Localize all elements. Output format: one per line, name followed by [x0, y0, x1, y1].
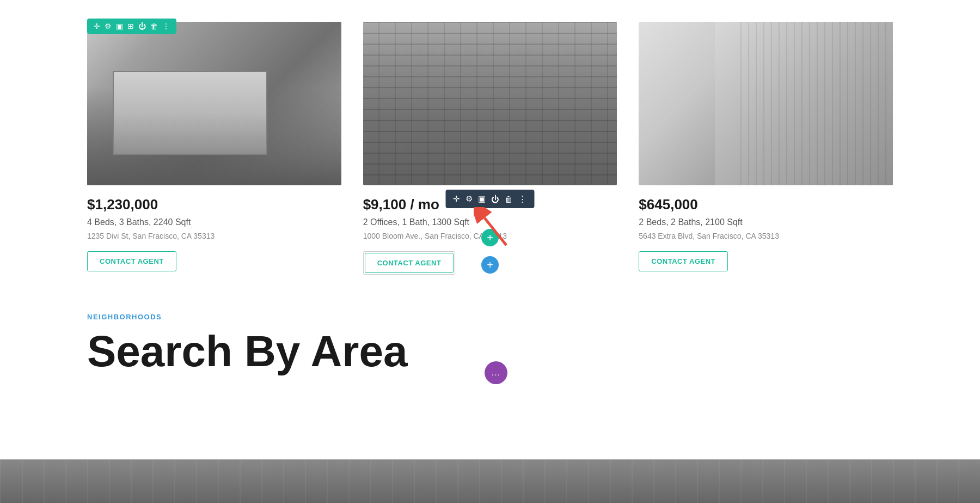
property-card-2: $9,100 / mo 2 Offices, 1 Bath, 1300 Sqft… [363, 22, 617, 280]
dark-power-icon[interactable]: ⏻ [491, 195, 499, 204]
listings-section: ✛ ⚙ ▣ ⊞ ⏻ 🗑 ⋮ $1,230,000 4 Beds, 3 Baths… [0, 0, 980, 280]
building-image-3 [639, 22, 893, 185]
plus-button-blue[interactable]: + [481, 256, 499, 274]
purple-button[interactable]: ... [485, 361, 507, 384]
page-wrapper: ✛ ⚙ ▣ ⊞ ⏻ 🗑 ⋮ $1,230,000 4 Beds, 3 Baths… [0, 0, 980, 503]
plus-blue-icon: + [487, 259, 493, 271]
property-details-3: 2 Beds, 2 Baths, 2100 Sqft [639, 217, 893, 227]
delete-icon[interactable]: 🗑 [150, 22, 158, 31]
grid-icon[interactable]: ⊞ [127, 22, 134, 31]
property-details-2: 2 Offices, 1 Bath, 1300 Sqft [363, 217, 617, 227]
property-image-1 [87, 22, 341, 185]
duplicate-icon[interactable]: ▣ [116, 22, 123, 31]
property-details-1: 4 Beds, 3 Baths, 2240 Sqft [87, 217, 341, 227]
listings-grid: ✛ ⚙ ▣ ⊞ ⏻ 🗑 ⋮ $1,230,000 4 Beds, 3 Baths… [87, 22, 893, 280]
property-image-2 [363, 22, 617, 185]
property-info-1: $1,230,000 4 Beds, 3 Baths, 2240 Sqft 12… [87, 185, 341, 277]
building-image-1 [87, 22, 341, 185]
dark-settings-icon[interactable]: ⚙ [465, 194, 473, 204]
property-image-3 [639, 22, 893, 185]
dark-duplicate-icon[interactable]: ▣ [478, 194, 486, 204]
bottom-image-strip [0, 459, 980, 503]
move-icon[interactable]: ✛ [94, 22, 100, 31]
property-info-3: $645,000 2 Beds, 2 Baths, 2100 Sqft 5643… [639, 185, 893, 277]
property-card-3: $645,000 2 Beds, 2 Baths, 2100 Sqft 5643… [639, 22, 893, 280]
contact-agent-button-2[interactable]: CONTACT AGENT [365, 253, 454, 273]
plus-green-icon: + [487, 232, 493, 244]
power-icon[interactable]: ⏻ [138, 22, 146, 31]
property-address-1: 1235 Divi St, San Fracisco, CA 35313 [87, 232, 341, 240]
contact-agent-button-1[interactable]: CONTACT AGENT [87, 251, 176, 271]
neighborhoods-section: NEIGHBORHOODS Search By Area ... [0, 280, 980, 373]
neighborhoods-label: NEIGHBORHOODS [87, 313, 893, 321]
property-price-1: $1,230,000 [87, 196, 341, 213]
settings-icon[interactable]: ⚙ [105, 22, 112, 31]
dark-delete-icon[interactable]: 🗑 [505, 195, 513, 204]
more-icon[interactable]: ⋮ [162, 22, 170, 31]
property-address-3: 5643 Extra Blvd, San Fracisco, CA 35313 [639, 232, 893, 240]
card-1-toolbar: ✛ ⚙ ▣ ⊞ ⏻ 🗑 ⋮ [87, 19, 176, 34]
property-card-1: ✛ ⚙ ▣ ⊞ ⏻ 🗑 ⋮ $1,230,000 4 Beds, 3 Baths… [87, 22, 341, 280]
property-price-3: $645,000 [639, 196, 893, 213]
dark-more-icon[interactable]: ⋮ [518, 194, 526, 204]
plus-button-green[interactable]: + [481, 229, 499, 246]
dark-move-icon[interactable]: ✛ [453, 194, 460, 204]
contact-agent-button-3[interactable]: CONTACT AGENT [639, 251, 728, 271]
building-image-2 [363, 22, 617, 185]
dots-icon: ... [492, 368, 500, 378]
dark-toolbar: ✛ ⚙ ▣ ⏻ 🗑 ⋮ [445, 190, 534, 208]
